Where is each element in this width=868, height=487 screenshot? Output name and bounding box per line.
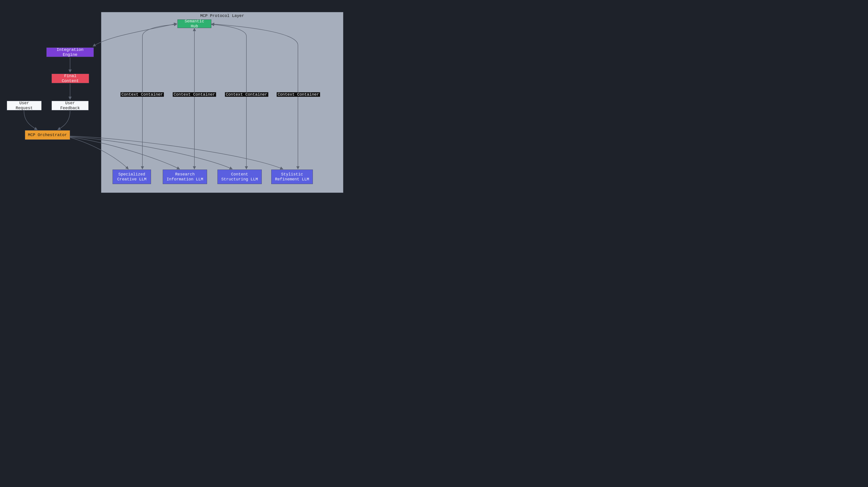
node-llm-creative: Specialized Creative LLM <box>113 170 151 184</box>
edge-request-orchestrator <box>24 111 37 130</box>
node-llm-structuring: Content Structuring LLM <box>217 170 262 184</box>
node-user-feedback: User Feedback <box>52 101 89 110</box>
edge-label-context-2: Context Container <box>173 92 216 97</box>
edge-label-context-1: Context Container <box>121 92 164 97</box>
node-llm-research: Research Information LLM <box>163 170 207 184</box>
node-user-request: User Request <box>7 101 41 110</box>
node-final-content: Final Content <box>52 74 89 83</box>
edge-label-context-4: Context Container <box>277 92 320 97</box>
node-semantic-hub: Semantic Hub <box>178 20 211 28</box>
container-title: MCP Protocol Layer <box>101 13 343 18</box>
edge-feedback-orchestrator <box>58 111 70 130</box>
edge-label-context-3: Context Container <box>225 92 268 97</box>
node-llm-stylistic: Stylistic Refinement LLM <box>271 170 313 184</box>
node-integration-engine: Integration Engine <box>46 48 94 57</box>
node-mcp-orchestrator: MCP Orchestrator <box>25 130 70 140</box>
diagram-canvas: MCP Protocol Layer <box>0 0 351 197</box>
mcp-protocol-layer-container: MCP Protocol Layer <box>101 12 343 193</box>
